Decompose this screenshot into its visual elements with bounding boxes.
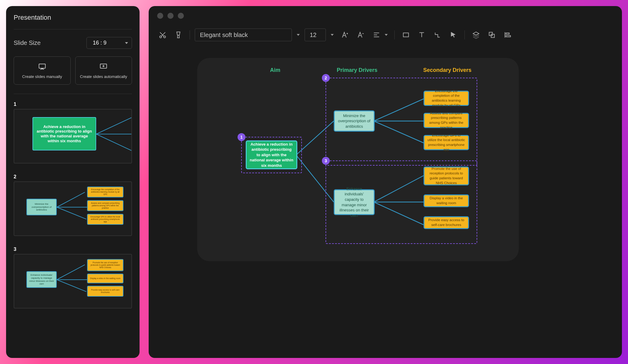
thumbnail-preview: Enhance individuals' capacity to manage … bbox=[14, 254, 132, 308]
format-painter-button[interactable] bbox=[172, 29, 185, 41]
decrease-font-button[interactable] bbox=[354, 29, 367, 41]
thumb-aim-box: Achieve a reduction in antibiotic prescr… bbox=[32, 117, 96, 150]
connector-tool-button[interactable] bbox=[431, 29, 444, 41]
thumb-sec-box: Promote the use of reception protocols t… bbox=[87, 259, 123, 271]
secondary-driver-2b[interactable]: Display a video in the waiting room bbox=[424, 194, 469, 207]
slide-size-row: Slide Size 16 : 9 bbox=[14, 37, 132, 49]
diagram-canvas[interactable]: Aim Primary Drivers Secondary Drivers 1 … bbox=[149, 49, 622, 358]
canvas-window: Aim Primary Drivers Secondary Drivers 1 … bbox=[149, 6, 622, 358]
thumbnail-number: 1 bbox=[14, 102, 132, 107]
thumb-primary-box: Minimize the overprescription of antibio… bbox=[26, 199, 57, 215]
thumb-primary-box: Enhance individuals' capacity to manage … bbox=[26, 271, 57, 288]
secondary-driver-2c[interactable]: Provide easy access to self-care brochur… bbox=[424, 216, 469, 229]
layers-button[interactable] bbox=[470, 29, 482, 41]
create-auto-icon bbox=[99, 62, 108, 71]
secondary-driver-1a[interactable]: Encourage the completion of the antibiot… bbox=[424, 91, 469, 106]
selection-badge-3: 3 bbox=[322, 157, 330, 165]
sidebar-title: Presentation bbox=[14, 14, 132, 29]
maximize-window-icon[interactable] bbox=[178, 13, 184, 19]
create-slides-auto-button[interactable]: Create slides automatically bbox=[75, 56, 132, 85]
align-button[interactable] bbox=[370, 29, 383, 41]
increase-font-button[interactable] bbox=[339, 29, 351, 41]
thumbnail-1[interactable]: 1 Achieve a reduction in antibiotic pres… bbox=[14, 102, 132, 163]
secondary-driver-1b[interactable]: Assess and compare prescribing patterns … bbox=[424, 113, 469, 128]
svg-point-2 bbox=[160, 36, 162, 38]
shape-rect-button[interactable] bbox=[400, 29, 412, 41]
traffic-lights bbox=[149, 6, 622, 25]
minimize-window-icon[interactable] bbox=[167, 13, 174, 19]
thumbnail-3[interactable]: 3 Enhance individuals' capacity to manag… bbox=[14, 247, 132, 308]
svg-rect-0 bbox=[39, 64, 45, 68]
selection-badge-1: 1 bbox=[238, 133, 245, 141]
secondary-driver-1c[interactable]: Encourage GPs to utilize the local antib… bbox=[424, 135, 469, 150]
close-window-icon[interactable] bbox=[157, 13, 163, 19]
column-header-secondary: Secondary Drivers bbox=[423, 67, 471, 73]
secondary-driver-2a[interactable]: Promote the use of reception protocols t… bbox=[424, 167, 469, 185]
thumb-sec-box: Display a video in the waiting room bbox=[87, 274, 123, 283]
slide-size-select[interactable]: 16 : 9 bbox=[86, 37, 132, 49]
presentation-sidebar: Presentation Slide Size 16 : 9 Create sl… bbox=[6, 6, 140, 358]
create-auto-label: Create slides automatically bbox=[80, 74, 127, 79]
create-manual-label: Create slides manually bbox=[22, 74, 62, 79]
svg-rect-4 bbox=[403, 33, 408, 37]
thumb-sec-box: Assess and compare prescribing patterns … bbox=[87, 200, 123, 211]
create-slides-manually-button[interactable]: Create slides manually bbox=[14, 56, 71, 85]
thumb-sec-box: Encourage the completion of the antibiot… bbox=[87, 187, 123, 197]
svg-point-3 bbox=[164, 36, 166, 38]
selection-badge-2: 2 bbox=[322, 74, 330, 82]
column-header-primary: Primary Drivers bbox=[337, 67, 377, 73]
align-objects-button[interactable] bbox=[501, 29, 514, 41]
svg-rect-5 bbox=[489, 32, 492, 35]
font-size-input[interactable] bbox=[305, 29, 326, 41]
thumbnail-preview: Achieve a reduction in antibiotic prescr… bbox=[14, 109, 132, 163]
cut-button[interactable] bbox=[156, 29, 169, 41]
group-button[interactable] bbox=[485, 29, 498, 41]
create-manual-icon bbox=[38, 62, 46, 71]
column-header-aim: Aim bbox=[270, 67, 280, 73]
slide-thumbnails: 1 Achieve a reduction in antibiotic pres… bbox=[14, 102, 132, 350]
thumb-sec-box: Encourage GPs to utilize the local antib… bbox=[87, 214, 123, 225]
text-tool-button[interactable] bbox=[415, 29, 428, 41]
primary-driver-2[interactable]: Enhance individuals' capacity to manage … bbox=[334, 189, 375, 215]
editor-toolbar bbox=[149, 25, 622, 49]
aim-node[interactable]: Achieve a reduction in antibiotic prescr… bbox=[246, 140, 297, 169]
primary-driver-1[interactable]: Minimize the overprescription of antibio… bbox=[334, 110, 375, 132]
slide-size-label: Slide Size bbox=[14, 39, 41, 46]
thumb-sec-box: Provide easy access to self-care brochur… bbox=[87, 286, 123, 297]
slide-size-value: 16 : 9 bbox=[93, 40, 106, 46]
svg-rect-6 bbox=[491, 34, 495, 38]
thumbnail-number: 3 bbox=[14, 247, 132, 252]
create-buttons-row: Create slides manually Create slides aut… bbox=[14, 56, 132, 94]
style-input[interactable] bbox=[195, 29, 292, 41]
thumbnail-preview: Minimize the overprescription of antibio… bbox=[14, 181, 132, 236]
thumbnail-number: 2 bbox=[14, 174, 132, 180]
align-dropdown-caret[interactable] bbox=[383, 29, 390, 41]
svg-rect-7 bbox=[506, 33, 509, 34]
svg-rect-8 bbox=[506, 35, 511, 37]
thumbnail-2[interactable]: 2 Minimize the overprescription of antib… bbox=[14, 174, 132, 236]
pointer-tool-button[interactable] bbox=[447, 29, 460, 41]
style-dropdown-caret[interactable] bbox=[295, 29, 302, 41]
font-size-dropdown-caret[interactable] bbox=[329, 29, 336, 41]
